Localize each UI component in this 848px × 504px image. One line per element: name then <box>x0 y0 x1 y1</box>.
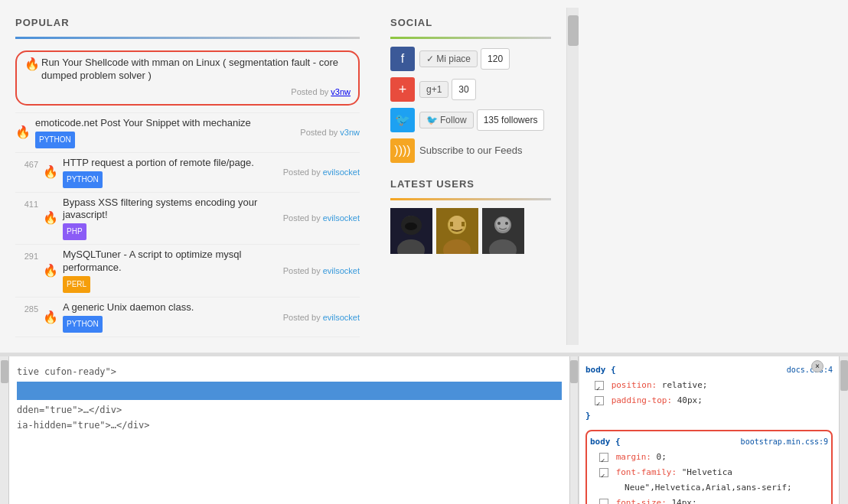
css-property-row: font-size: 14px; <box>599 496 828 504</box>
facebook-row: f ✓ Mi piace 120 <box>390 47 551 71</box>
css-rule-docs: docs.css:4 body { position: relative; pa… <box>585 363 833 424</box>
facebook-like-button[interactable]: ✓ Mi piace <box>419 50 478 67</box>
css-property-row: font-family: "Helvetica Neue",Helvetica,… <box>599 465 828 496</box>
item-author[interactable]: evilsocket <box>323 313 360 322</box>
css-checkbox[interactable] <box>599 499 608 504</box>
css-file-ref[interactable]: bootstrap.min.css:9 <box>741 434 828 450</box>
list-item: 411 🔥 Bypass XSS filtering systems encod… <box>15 193 360 245</box>
latest-users-title: LATEST USERS <box>390 177 551 192</box>
item-title[interactable]: MySQLTuner - A script to optimize mysql … <box>63 249 283 275</box>
svg-rect-10 <box>462 222 465 226</box>
html-highlighted-line <box>17 382 562 400</box>
css-property-row: padding-top: 40px; <box>595 393 833 408</box>
item-title[interactable]: emoticode.net Post Your Snippet with mec… <box>35 117 300 130</box>
item-tag: PYTHON <box>63 171 103 188</box>
list-item: 🔥 emoticode.net Post Your Snippet with m… <box>15 113 360 153</box>
html-line-2: dden="true">…</div> <box>17 403 122 417</box>
devtools-css-panel: × docs.css:4 body { position: relative; … <box>579 356 839 504</box>
css-checkbox[interactable] <box>595 396 604 405</box>
avatar[interactable] <box>436 208 478 254</box>
gplus-row: + g+1 30 <box>390 77 551 102</box>
css-properties: margin: 0; font-family: "Helvetica Neue"… <box>590 450 828 504</box>
main-scrollbar[interactable] <box>566 8 579 345</box>
list-item: 🔥 Run Your Shellcode with mman on Linux … <box>15 47 360 113</box>
item-title[interactable]: Run Your Shellcode with mman on Linux ( … <box>41 57 351 83</box>
css-checkbox[interactable] <box>595 381 604 390</box>
css-rule-bootstrap: bootstrap.min.css:9 body { margin: 0; fo… <box>585 430 833 504</box>
item-author[interactable]: v3nw <box>331 87 351 96</box>
scrollbar-thumb <box>570 360 578 383</box>
facebook-count: 120 <box>481 48 510 70</box>
item-title[interactable]: A generic Unix daemon class. <box>63 301 283 314</box>
item-tag: PHP <box>63 223 86 240</box>
svg-point-15 <box>497 222 501 225</box>
list-item: 291 🔥 MySQLTuner - A script to optimize … <box>15 245 360 298</box>
css-prop-value: 14px; <box>671 498 696 504</box>
html-text: tive cufon-ready"> <box>17 366 116 377</box>
css-prop-name: padding-top: <box>612 395 672 405</box>
item-meta: Posted by v3nw <box>300 125 360 140</box>
item-tag: PYTHON <box>35 132 75 148</box>
avatar-image-3 <box>482 208 524 254</box>
gplus-button[interactable]: g+1 <box>419 81 448 98</box>
fire-icon: 🔥 <box>43 210 58 226</box>
popular-item-highlighted: 🔥 Run Your Shellcode with mman on Linux … <box>15 50 360 106</box>
gplus-count: 30 <box>452 79 475 100</box>
social-panel: SOCIAL f ✓ Mi piace 120 + g+1 30 🐦 🐦 Fol… <box>375 8 566 345</box>
svg-rect-9 <box>450 222 453 226</box>
item-tag: PYTHON <box>63 316 103 333</box>
item-author[interactable]: v3nw <box>340 128 360 137</box>
item-meta: Posted by evilsocket <box>283 164 360 180</box>
css-selector: body { <box>585 365 616 375</box>
list-item: 467 🔥 HTTP request a portion of remote f… <box>15 153 360 193</box>
css-prop-value: 0; <box>657 452 667 462</box>
css-prop-name: font-size: <box>616 498 667 504</box>
css-property-row: position: relative; <box>595 378 833 393</box>
rss-subscribe-link[interactable]: Subscribe to our Feeds <box>419 143 522 158</box>
avatar[interactable] <box>390 208 432 254</box>
css-checkbox[interactable] <box>599 453 608 462</box>
facebook-icon: f <box>390 47 415 71</box>
item-count: 285 <box>15 301 38 317</box>
css-checkbox[interactable] <box>599 468 608 477</box>
svg-point-4 <box>405 223 417 230</box>
item-count: 411 <box>15 197 38 212</box>
devtools-middle-scrollbar[interactable] <box>569 356 579 504</box>
user-avatars <box>390 208 551 254</box>
css-prop-name: font-family: <box>616 467 677 477</box>
css-prop-value: 40px; <box>677 395 703 405</box>
item-author[interactable]: evilsocket <box>323 213 360 223</box>
twitter-follow-button[interactable]: 🐦 Follow <box>419 112 474 128</box>
avatar-image-1 <box>390 208 432 254</box>
devtools-right-scrollbar[interactable] <box>839 356 848 504</box>
twitter-row: 🐦 🐦 Follow 135 followers <box>390 108 551 132</box>
popular-title: POPULAR <box>15 15 360 31</box>
devtools-left-scrollbar[interactable] <box>0 356 9 504</box>
scrollbar-thumb <box>568 15 579 46</box>
fire-icon: 🔥 <box>43 164 58 180</box>
item-meta: Posted by evilsocket <box>283 310 360 325</box>
fire-icon: 🔥 <box>43 310 58 325</box>
fire-icon: 🔥 <box>43 263 58 278</box>
html-line-3: ia-hidden="true">…</div> <box>17 418 149 432</box>
latest-users-underline <box>390 198 551 200</box>
fire-icon: 🔥 <box>24 57 37 72</box>
css-prop-value: relative; <box>662 380 708 390</box>
facebook-like-label: ✓ Mi piace <box>426 54 471 64</box>
avatar[interactable] <box>482 208 524 254</box>
close-button[interactable]: × <box>811 360 824 372</box>
html-line-1: tive cufon-ready"> <box>17 365 116 379</box>
item-title[interactable]: HTTP request a portion of remote file/pa… <box>63 157 283 170</box>
item-title[interactable]: Bypass XSS filtering systems encoding yo… <box>63 197 283 223</box>
css-file-ref[interactable]: docs.css:4 <box>787 363 833 378</box>
devtools-panel: tive cufon-ready"> dden="true">…</div> i… <box>0 353 848 504</box>
item-posted-by: Posted by <box>291 87 331 96</box>
item-author[interactable]: evilsocket <box>323 266 360 275</box>
item-count: 291 <box>15 249 38 264</box>
css-property-row: margin: 0; <box>599 450 828 465</box>
item-author[interactable]: evilsocket <box>323 167 360 177</box>
popular-underline <box>15 37 360 39</box>
twitter-icon: 🐦 <box>390 108 415 132</box>
devtools-html-panel: tive cufon-ready"> dden="true">…</div> i… <box>9 356 569 504</box>
twitter-followers-count: 135 followers <box>477 109 545 131</box>
